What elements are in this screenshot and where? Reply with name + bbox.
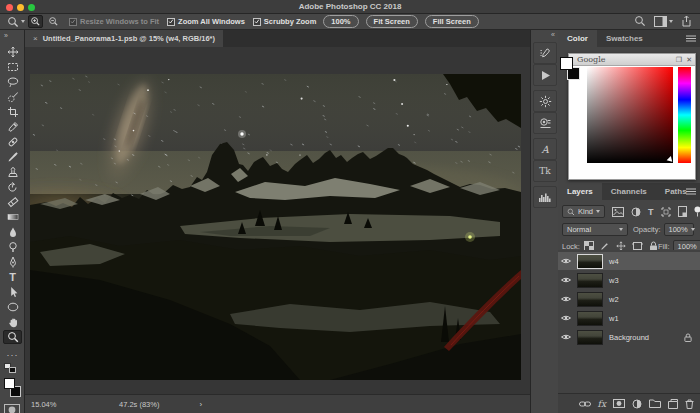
canvas-area[interactable]	[25, 47, 530, 394]
tool-preset-dropdown[interactable]	[7, 16, 25, 28]
tool-rectangular-marquee[interactable]	[3, 60, 22, 74]
tool-gradient[interactable]	[3, 210, 22, 224]
layer-row-w4[interactable]: w4	[558, 252, 700, 270]
panel-menu-icon[interactable]	[686, 35, 696, 42]
tool-quick-selection[interactable]	[3, 90, 22, 104]
actions-panel-button[interactable]	[533, 64, 557, 86]
typekit-panel-button[interactable]: Tk	[533, 160, 557, 182]
window-controls[interactable]	[6, 4, 35, 11]
visibility-eye-icon[interactable]	[558, 257, 574, 265]
filter-smart-objects-icon[interactable]	[678, 206, 687, 217]
layer-thumbnail[interactable]	[577, 292, 603, 307]
filter-kind-dropdown[interactable]: Kind	[562, 205, 605, 218]
link-layers-icon[interactable]	[579, 400, 591, 408]
visibility-eye-icon[interactable]	[558, 295, 574, 303]
tool-brush[interactable]	[3, 150, 22, 164]
panorama-image[interactable]	[30, 74, 521, 380]
zoom-out-button[interactable]	[46, 15, 61, 28]
layer-row-background[interactable]: Background	[558, 328, 700, 346]
filter-adjustment-layers-icon[interactable]	[631, 207, 641, 217]
tab-channels[interactable]: Channels	[602, 183, 656, 200]
default-colors-icon[interactable]	[4, 363, 17, 374]
tool-path-selection[interactable]	[3, 285, 22, 299]
visibility-eye-icon[interactable]	[558, 314, 574, 322]
zoom-in-button[interactable]	[28, 15, 43, 28]
tab-color[interactable]: Color	[558, 30, 597, 47]
toolbar-ellipsis-icon[interactable]: ···	[3, 348, 22, 362]
foreground-color-swatch[interactable]	[4, 378, 15, 389]
tool-move[interactable]	[3, 45, 22, 59]
google-window-titlebar[interactable]: Google ❐ ✕	[569, 54, 695, 66]
google-close-icon[interactable]: ✕	[686, 56, 692, 64]
add-mask-icon[interactable]	[613, 399, 625, 408]
close-window-button[interactable]	[6, 4, 13, 11]
google-minimize-icon[interactable]: ❐	[676, 56, 682, 64]
minimize-window-button[interactable]	[17, 4, 24, 11]
scrubby-zoom-checkbox-row[interactable]: Scrubby Zoom	[253, 17, 317, 26]
tool-clone-stamp[interactable]	[3, 165, 22, 179]
filter-type-layers-icon[interactable]: T	[648, 207, 654, 217]
collapse-panels-icon[interactable]: «	[551, 31, 554, 38]
hue-slider[interactable]	[678, 67, 691, 163]
new-group-folder-icon[interactable]	[649, 399, 661, 408]
layer-thumbnail[interactable]	[577, 273, 603, 288]
layer-thumbnail[interactable]	[577, 254, 603, 269]
tab-swatches[interactable]: Swatches	[597, 30, 652, 47]
tool-eyedropper[interactable]	[3, 120, 22, 134]
search-icon[interactable]	[634, 15, 646, 27]
brushes-panel-button[interactable]	[533, 42, 557, 64]
blend-mode-dropdown[interactable]: Normal	[562, 223, 628, 236]
toolbar-expand-icon[interactable]: »	[4, 32, 7, 39]
adjustments-panel-button[interactable]	[533, 90, 557, 112]
layer-thumbnail[interactable]	[577, 330, 603, 345]
filter-pixel-layers-icon[interactable]	[612, 207, 624, 217]
share-icon[interactable]	[681, 15, 692, 27]
tool-crop[interactable]	[3, 105, 22, 119]
tool-blur[interactable]	[3, 225, 22, 239]
layer-row-w2[interactable]: w2	[558, 290, 700, 308]
fit-screen-button[interactable]: Fit Screen	[366, 15, 418, 28]
filter-shape-layers-icon[interactable]	[661, 207, 671, 217]
histogram-panel-button[interactable]	[533, 186, 557, 208]
resize-windows-checkbox-row[interactable]: Resize Windows to Fit	[69, 17, 159, 26]
tool-type[interactable]: T	[3, 270, 22, 284]
tool-hand[interactable]	[3, 315, 22, 329]
panel-menu-icon[interactable]	[686, 188, 696, 195]
delete-layer-trash-icon[interactable]	[685, 399, 694, 409]
layer-row-w3[interactable]: w3	[558, 271, 700, 289]
tool-history-brush[interactable]	[3, 180, 22, 194]
zoom-all-windows-checkbox-row[interactable]: Zoom All Windows	[167, 17, 245, 26]
glyphs-panel-button[interactable]: A	[533, 138, 557, 160]
new-layer-icon[interactable]	[668, 399, 678, 409]
tool-lasso[interactable]	[3, 75, 22, 89]
status-popup-chevron[interactable]: ›	[199, 400, 202, 409]
new-adjustment-layer-icon[interactable]	[632, 399, 642, 409]
zoom-level-field[interactable]: 15.04%	[31, 400, 91, 409]
tool-eraser[interactable]	[3, 195, 22, 209]
filter-toggle-pin-icon[interactable]	[694, 206, 700, 217]
zoom-all-windows-checkbox[interactable]	[167, 18, 175, 26]
close-tab-icon[interactable]: ×	[33, 34, 38, 43]
layer-thumbnail[interactable]	[577, 311, 603, 326]
resize-windows-checkbox[interactable]	[69, 18, 77, 26]
scrubby-zoom-checkbox[interactable]	[253, 18, 261, 26]
layer-row-w1[interactable]: w1	[558, 309, 700, 327]
quick-mask-icon[interactable]	[4, 404, 20, 413]
zoom-window-button[interactable]	[28, 4, 35, 11]
tool-dodge[interactable]	[3, 240, 22, 254]
document-tab[interactable]: × Untitled_Panorama1-1.psb @ 15% (w4, RG…	[25, 30, 223, 47]
tool-zoom[interactable]	[3, 330, 22, 344]
tool-spot-healing-brush[interactable]	[3, 135, 22, 149]
google-float-window[interactable]: Google ❐ ✕	[568, 53, 696, 180]
visibility-eye-icon[interactable]	[558, 276, 574, 284]
visibility-eye-icon[interactable]	[558, 333, 574, 341]
tool-pen[interactable]	[3, 255, 22, 269]
panel-foreground-swatch[interactable]	[560, 57, 573, 70]
color-saturation-field[interactable]	[587, 67, 673, 163]
zoom-100-button[interactable]: 100%	[323, 15, 358, 28]
opacity-dropdown[interactable]: 100%	[664, 223, 694, 236]
layer-style-fx-icon[interactable]: fx	[598, 399, 606, 409]
tool-ellipse[interactable]	[3, 300, 22, 314]
workspace-switcher[interactable]	[654, 16, 673, 27]
paragraph-panel-button[interactable]	[533, 112, 557, 134]
